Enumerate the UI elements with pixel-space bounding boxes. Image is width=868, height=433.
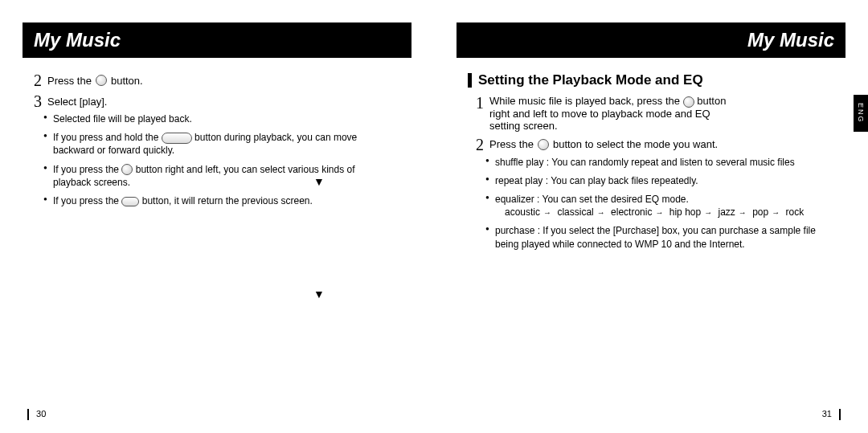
seek-bar-icon — [162, 133, 192, 144]
arrow-right-icon: → — [768, 208, 783, 217]
step-2-line: 2 Press the button. — [34, 72, 395, 88]
bullet-screens: If you press the button right and left, … — [43, 163, 395, 189]
bullet-hold-seek: If you press and hold the button during … — [43, 131, 395, 157]
rb3-text: equalizer : You can set the desired EQ m… — [495, 194, 689, 205]
eq-item-4: jazz — [719, 206, 735, 218]
r-step-1-line: 1 While music file is played back, press… — [476, 95, 837, 132]
arrow-right-icon: → — [594, 208, 608, 217]
arrow-right-icon: → — [701, 208, 715, 217]
page-number-left: 30 — [27, 409, 46, 420]
ok-button-icon — [538, 139, 549, 150]
r-step2-pre: Press the — [489, 138, 534, 150]
down-arrow-icon: ▼ — [313, 175, 325, 188]
eq-item-0: acoustic — [505, 206, 540, 218]
arrow-right-icon: → — [540, 208, 555, 217]
header-text-right: My Music — [747, 29, 834, 51]
step2-pre: Press the — [47, 75, 92, 87]
b4-post: button, it will return the previous scre… — [142, 195, 313, 206]
bullet-back: If you press the button, it will return … — [43, 194, 395, 207]
step-number-2r: 2 — [476, 137, 484, 153]
page-num-bar-icon — [27, 409, 29, 420]
language-tab: ENG — [854, 95, 868, 132]
bullet-purchase: purchase : If you select the [Purchase] … — [485, 224, 837, 250]
r-step2-post: button to select the mode you want. — [553, 138, 718, 150]
page-number-right: 31 — [822, 409, 841, 420]
page-num-bar-icon — [839, 409, 841, 420]
page-title-right: My Music — [457, 22, 845, 58]
r-step1-wrap: While music file is played back, press t… — [489, 95, 739, 132]
right-bullets: shuffle play : You can randomly repeat a… — [485, 156, 837, 251]
step2-post: button. — [111, 75, 143, 87]
eq-chain: acoustic→ classical→ electronic→ hip hop… — [505, 206, 837, 219]
left-body: 2 Press the button. 3 Select [play]. Sel… — [23, 72, 411, 207]
bullet-repeat: repeat play : You can play back files re… — [485, 174, 837, 187]
bullet-play-selected: Selected file will be played back. — [43, 112, 395, 125]
down-arrow-icon: ▼ — [313, 288, 325, 300]
eq-item-6: rock — [786, 206, 805, 218]
page-left: My Music 2 Press the button. 3 Select [p… — [0, 0, 434, 433]
nav-button-icon — [121, 164, 133, 175]
left-bullets: Selected file will be played back. If yo… — [43, 112, 395, 207]
bullet-shuffle: shuffle play : You can randomly repeat a… — [485, 156, 837, 169]
step3-text: Select [play]. — [47, 96, 107, 108]
page-right: My Music Setting the Playback Mode and E… — [434, 0, 868, 433]
step-3-line: 3 Select [play]. — [34, 93, 395, 109]
r-step1-pre: While music file is played back, press t… — [489, 95, 680, 107]
bullet-equalizer: equalizer : You can set the desired EQ m… — [485, 193, 837, 219]
right-body: Setting the Playback Mode and EQ 1 While… — [457, 72, 845, 251]
nav-button-icon — [683, 96, 694, 108]
section-header: Setting the Playback Mode and EQ — [468, 72, 837, 88]
page-num-left-text: 30 — [36, 409, 46, 419]
r-step-2-line: 2 Press the button to select the mode yo… — [476, 137, 837, 153]
eq-item-5: pop — [752, 206, 768, 218]
b4-pre: If you press the — [53, 195, 119, 206]
page-title-left: My Music — [23, 22, 411, 58]
step-number-1: 1 — [476, 95, 484, 111]
arrow-right-icon: → — [735, 208, 750, 217]
section-bar-icon — [468, 73, 472, 88]
header-text-left: My Music — [34, 29, 121, 51]
eq-item-3: hip hop — [669, 206, 701, 218]
page-num-right-text: 31 — [822, 409, 832, 419]
eq-item-2: electronic — [611, 206, 652, 218]
arrow-right-icon: → — [652, 208, 666, 217]
section-title: Setting the Playback Mode and EQ — [478, 72, 703, 88]
step-number-2: 2 — [34, 72, 42, 88]
back-button-icon — [121, 197, 139, 206]
b2-pre: If you press and hold the — [53, 132, 158, 143]
eq-item-1: classical — [557, 206, 593, 218]
b3-pre: If you press the — [53, 164, 119, 175]
ok-button-icon — [96, 75, 107, 86]
step-number-3: 3 — [34, 93, 42, 109]
